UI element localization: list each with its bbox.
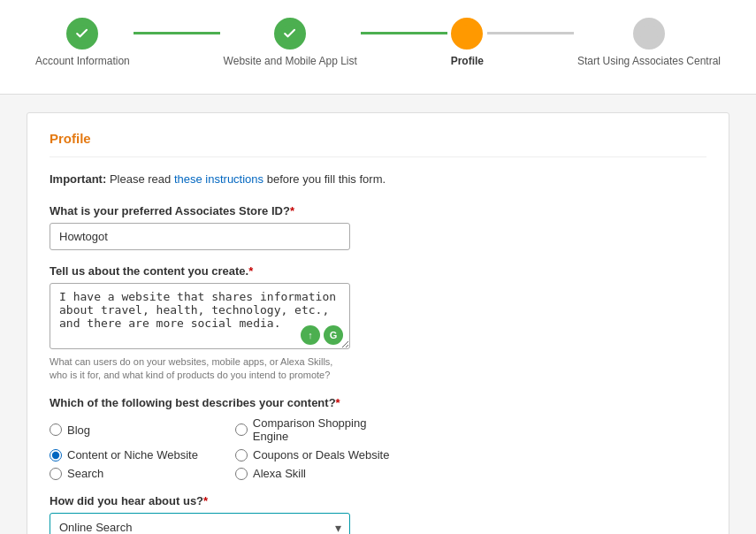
content-hint: What can users do on your websites, mobi… [50, 355, 350, 383]
content-type-group: Which of the following best describes yo… [50, 396, 706, 480]
radio-alexa[interactable]: Alexa Skill [235, 467, 403, 480]
store-id-label: What is your preferred Associates Store … [50, 204, 706, 217]
content-type-label: Which of the following best describes yo… [50, 396, 706, 409]
svg-point-3 [640, 25, 658, 42]
radio-search[interactable]: Search [50, 467, 218, 480]
radio-comparison-input[interactable] [235, 423, 248, 436]
radio-grid: Blog Comparison Shopping Engine Content … [50, 416, 403, 480]
page-container: Account Information Website and Mobile A… [0, 0, 756, 534]
step-circle-1 [66, 18, 98, 50]
step-label-1: Account Information [35, 55, 130, 67]
form-card: Profile Important: Please read these ins… [27, 112, 729, 534]
these-instructions-link[interactable]: these instructions [174, 172, 263, 186]
step-label-2: Website and Mobile App List [224, 55, 357, 67]
important-text: Please read [110, 172, 174, 186]
svg-point-2 [458, 25, 476, 42]
step-website-list: Website and Mobile App List [224, 18, 357, 67]
radio-comparison-label: Comparison Shopping Engine [253, 416, 403, 443]
radio-coupons[interactable]: Coupons or Deals Website [235, 448, 403, 462]
step-circle-3 [451, 18, 483, 50]
radio-comparison[interactable]: Comparison Shopping Engine [235, 416, 403, 443]
radio-content-niche[interactable]: Content or Niche Website [50, 448, 218, 462]
textarea-wrapper: I have a website that shares information… [50, 283, 350, 352]
radio-blog-input[interactable] [50, 423, 62, 436]
step-label-4: Start Using Associates Central [577, 55, 721, 67]
step-label-3: Profile [451, 55, 484, 67]
radio-alexa-input[interactable] [235, 468, 248, 480]
important-suffix: before you fill this form. [267, 172, 386, 186]
progress-line-2 [361, 32, 447, 34]
content-label: Tell us about the content you create.* [50, 264, 706, 278]
step-account-information: Account Information [35, 18, 130, 67]
hear-group: How did you hear about us?* Online Searc… [50, 494, 706, 534]
store-id-input[interactable] [50, 223, 350, 250]
form-title: Profile [50, 131, 706, 157]
radio-coupons-label: Coupons or Deals Website [253, 448, 389, 462]
step-circle-2 [274, 18, 306, 50]
radio-blog[interactable]: Blog [50, 416, 218, 443]
radio-search-label: Search [67, 467, 103, 480]
important-prefix: Important: [50, 172, 106, 186]
grammarly-icon-1[interactable]: ↑ [301, 325, 320, 345]
radio-coupons-input[interactable] [235, 449, 248, 462]
textarea-icons: ↑ G [301, 325, 343, 345]
step-circle-4 [633, 18, 665, 50]
hear-label: How did you hear about us?* [50, 494, 706, 507]
hear-dropdown-wrapper: Online Search Friend or Colleague Blog o… [50, 513, 350, 534]
progress-bar: Account Information Website and Mobile A… [0, 0, 756, 95]
grammarly-icon-2[interactable]: G [324, 325, 343, 345]
radio-alexa-label: Alexa Skill [253, 467, 306, 480]
hear-select[interactable]: Online Search Friend or Colleague Blog o… [50, 513, 350, 534]
content-group: Tell us about the content you create.* I… [50, 264, 706, 383]
important-note: Important: Please read these instruction… [50, 171, 706, 188]
radio-content-niche-label: Content or Niche Website [67, 448, 198, 462]
step-start-using: Start Using Associates Central [577, 18, 721, 67]
step-profile: Profile [451, 18, 484, 67]
radio-search-input[interactable] [50, 468, 62, 480]
progress-line-3 [487, 32, 574, 34]
progress-line-1 [134, 32, 220, 34]
radio-blog-label: Blog [67, 423, 90, 437]
store-id-group: What is your preferred Associates Store … [50, 204, 706, 250]
radio-content-niche-input[interactable] [50, 449, 62, 462]
